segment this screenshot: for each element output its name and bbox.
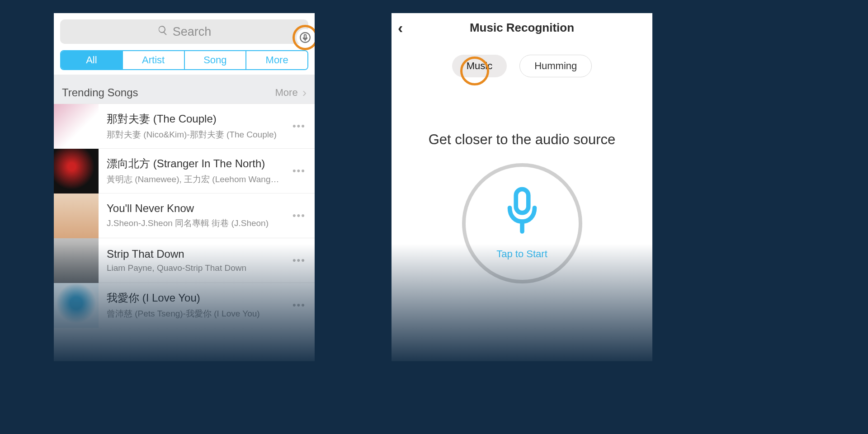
song-title: 我愛你 (I Love You) [107,291,282,305]
trending-more-button[interactable]: More › [275,85,307,100]
search-icon [157,25,168,39]
tab-more[interactable]: More [246,51,307,69]
album-art [54,283,99,328]
album-art [54,104,99,149]
song-title: 那對夫妻 (The Couple) [107,112,282,126]
song-subtitle: 那對夫妻 (Nico&Kim)-那對夫妻 (The Couple) [107,129,282,141]
list-item[interactable]: Strip That Down Liam Payne, Quavo-Strip … [54,238,315,283]
search-bar-container: Search [54,13,315,44]
back-button[interactable]: ‹ [398,13,403,42]
more-options-icon[interactable]: ••• [286,165,312,177]
album-art [54,193,99,238]
header: ‹ Music Recognition [392,13,652,42]
song-subtitle: Liam Payne, Quavo-Strip That Down [107,263,282,273]
search-screen: Search All Artist Song More Trending Son… [54,13,315,361]
list-item[interactable]: 我愛你 (I Love You) 曾沛慈 (Pets Tseng)-我愛你 (I… [54,283,315,327]
mode-music[interactable]: Music [452,55,507,77]
album-art [54,238,99,283]
list-item[interactable]: 漂向北方 (Stranger In The North) 黃明志 (Namewe… [54,148,315,193]
song-subtitle: 曾沛慈 (Pets Tseng)-我愛你 (I Love You) [107,308,282,320]
song-title: Strip That Down [107,248,282,260]
tap-to-start-label: Tap to Start [496,248,547,260]
svg-rect-1 [304,35,306,39]
trending-header: Trending Songs More › [54,75,315,104]
tab-artist[interactable]: Artist [123,51,185,69]
song-title: 漂向北方 (Stranger In The North) [107,156,282,171]
page-title: Music Recognition [470,21,574,35]
music-recognition-button[interactable] [297,29,314,46]
album-art [54,149,99,193]
tab-all[interactable]: All [61,51,123,69]
more-options-icon[interactable]: ••• [286,299,312,311]
mode-toggle: Music Humming [392,55,652,77]
more-options-icon[interactable]: ••• [286,255,312,266]
trending-title: Trending Songs [62,86,138,99]
tab-song[interactable]: Song [185,51,247,69]
microphone-icon [502,187,542,238]
more-options-icon[interactable]: ••• [286,210,312,222]
search-placeholder: Search [173,25,212,39]
svg-point-0 [300,33,310,42]
song-subtitle: J.Sheon-J.Sheon 同名專輯 街巷 (J.Sheon) [107,217,282,229]
filter-tabs: All Artist Song More [54,44,315,75]
svg-rect-2 [516,189,528,213]
trending-song-list: 那對夫妻 (The Couple) 那對夫妻 (Nico&Kim)-那對夫妻 (… [54,104,315,327]
more-options-icon[interactable]: ••• [286,120,312,132]
music-recognition-screen: ‹ Music Recognition Music Humming Get cl… [392,13,652,361]
song-subtitle: 黃明志 (Namewee), 王力宏 (Leehom Wang)-... [107,174,282,185]
search-input[interactable]: Search [60,19,308,44]
list-item[interactable]: 那對夫妻 (The Couple) 那對夫妻 (Nico&Kim)-那對夫妻 (… [54,104,315,148]
instruction-text: Get closer to the audio source [392,132,652,148]
record-button[interactable]: Tap to Start [462,163,582,283]
song-title: You'll Never Know [107,202,282,215]
list-item[interactable]: You'll Never Know J.Sheon-J.Sheon 同名專輯 街… [54,193,315,238]
chevron-left-icon: ‹ [398,19,403,37]
chevron-right-icon: › [302,85,307,100]
mode-humming[interactable]: Humming [519,55,592,77]
